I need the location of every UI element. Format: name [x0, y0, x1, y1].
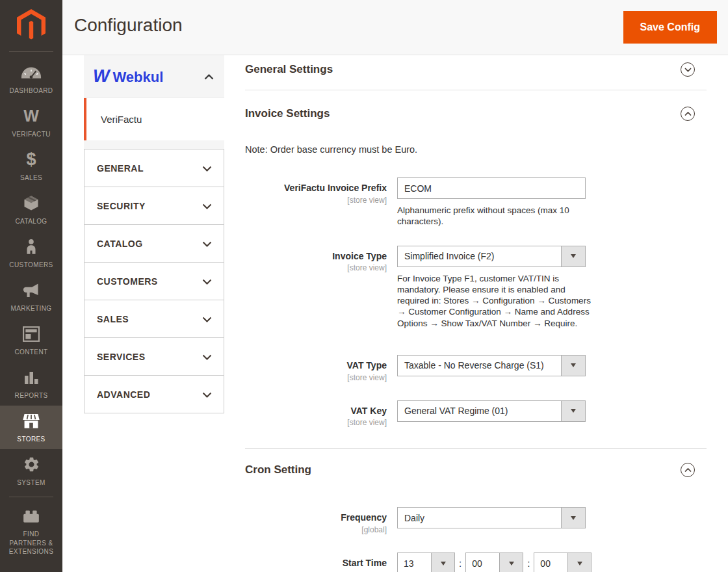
page-title: Configuration [74, 15, 183, 36]
sidebar-item-catalog[interactable]: CATALOG [0, 188, 62, 231]
sidebar-item-system[interactable]: SYSTEM [0, 449, 62, 493]
field-label: VAT Type [245, 360, 387, 371]
sidebar-item-sales[interactable]: $ SALES [0, 144, 62, 188]
field-row-vat-key: VAT Key [store view] General VAT Regime … [245, 400, 707, 428]
sidebar-item-label: CUSTOMERS [9, 261, 53, 270]
sidebar-item-content[interactable]: CONTENT [0, 318, 62, 362]
chevron-down-icon [202, 389, 212, 400]
dropdown-arrow-icon [561, 356, 585, 376]
vat-type-select[interactable]: Taxable - No Reverse Charge (S1) [397, 355, 586, 376]
chevron-down-icon [202, 351, 212, 363]
config-tab-general[interactable]: GENERAL [84, 150, 224, 187]
webkul-wordmark: Webkul [112, 69, 163, 86]
dropdown-arrow-icon [561, 508, 585, 528]
field-row-start-time: Start Time [website] 13 : 00 [245, 552, 707, 572]
extensions-brick-icon [22, 506, 40, 526]
invoice-type-select[interactable]: Simplified Invoice (F2) [397, 246, 586, 267]
magento-logo[interactable] [0, 0, 62, 42]
field-comment: Alphanumeric prefix without spaces (max … [397, 205, 592, 228]
sidebar-divider [9, 51, 53, 52]
sidebar-item-label: CATALOG [15, 217, 47, 226]
invoice-settings-form: VeriFactu Invoice Prefix [store view] Al… [245, 177, 707, 427]
section-divider [245, 90, 707, 90]
field-label: Invoice Type [245, 251, 387, 262]
config-tab-sales[interactable]: SALES [84, 300, 224, 338]
webkul-w-icon: W [93, 66, 109, 86]
start-time-second-select[interactable]: 00 [534, 552, 592, 572]
field-label: VeriFactu Invoice Prefix [245, 183, 387, 194]
megaphone-icon [22, 281, 40, 300]
collapse-section-button[interactable] [681, 463, 695, 477]
frequency-select[interactable]: Daily [397, 507, 586, 528]
config-section-list: GENERAL SECURITY CATALOG CUSTOMERS SALES… [84, 149, 224, 413]
sidebar-item-stores[interactable]: STORES [0, 406, 62, 449]
time-separator: : [459, 558, 462, 569]
invoice-prefix-input[interactable] [397, 177, 586, 199]
field-scope: [store view] [245, 263, 387, 272]
section-cron-setting: Cron Setting Frequency [global] Daily [245, 463, 707, 572]
sidebar-item-label: SALES [20, 174, 42, 183]
field-label: Frequency [245, 512, 387, 523]
chevron-down-icon [202, 313, 212, 325]
config-tab-advanced[interactable]: ADVANCED [84, 376, 224, 413]
dollar-icon: $ [26, 150, 36, 170]
storefront-icon [21, 411, 41, 431]
dropdown-arrow-icon [561, 401, 585, 421]
magento-admin-configuration-screen: DASHBOARD W VERIFACTU $ SALES CATALOG CU… [0, 0, 728, 572]
expand-section-button[interactable] [681, 62, 695, 77]
chevron-up-icon [684, 112, 692, 116]
field-row-invoice-type: Invoice Type [store view] Simplified Inv… [245, 246, 707, 329]
vendor-panel-header[interactable]: W Webkul [84, 55, 224, 98]
sidebar-item-marketing[interactable]: MARKETING [0, 275, 62, 318]
dropdown-arrow-icon [431, 553, 454, 572]
sidebar-item-dashboard[interactable]: DASHBOARD [0, 57, 62, 101]
section-invoice-settings: Invoice Settings Note: Order base curren… [245, 107, 707, 427]
chevron-down-icon [684, 68, 692, 72]
sidebar-divider [9, 497, 53, 497]
field-scope: [store view] [245, 418, 387, 427]
webkul-logo: W Webkul [93, 66, 163, 86]
config-tab-security[interactable]: SECURITY [84, 187, 224, 225]
sidebar-item-label: MARKETING [10, 304, 51, 313]
magento-logo-icon [16, 9, 46, 42]
chevron-down-icon [202, 162, 212, 174]
config-nav-item-label: VeriFactu [101, 114, 142, 125]
bar-chart-icon [23, 368, 39, 387]
vat-key-select[interactable]: General VAT Regime (01) [397, 400, 586, 422]
dropdown-arrow-icon [567, 553, 591, 572]
sidebar-item-customers[interactable]: CUSTOMERS [0, 231, 62, 275]
sidebar-item-reports[interactable]: REPORTS [0, 362, 62, 406]
start-time-minute-select[interactable]: 00 [465, 552, 523, 572]
sidebar-item-find-partners[interactable]: FIND PARTNERS & EXTENSIONS [0, 501, 62, 562]
section-invoice-settings-header: Invoice Settings [245, 107, 707, 121]
sidebar-item-label: CONTENT [14, 348, 47, 357]
field-scope: [store view] [245, 196, 387, 205]
verifactu-w-icon: W [23, 107, 39, 126]
chevron-down-icon [202, 276, 212, 287]
save-config-button[interactable]: Save Config [623, 11, 717, 44]
field-row-invoice-prefix: VeriFactu Invoice Prefix [store view] Al… [245, 177, 707, 228]
sidebar-item-verifactu[interactable]: W VERIFACTU [0, 101, 62, 144]
person-icon [24, 237, 38, 257]
section-general-settings-header: General Settings [245, 62, 707, 77]
config-tab-customers[interactable]: CUSTOMERS [84, 263, 224, 300]
sidebar-item-label: SYSTEM [17, 478, 46, 488]
field-scope: [global] [245, 525, 387, 534]
chevron-down-icon [202, 200, 212, 212]
section-divider [245, 448, 707, 449]
vendor-panel-footer [84, 140, 224, 149]
cron-setting-form: Frequency [global] Daily Start Time [web… [245, 507, 707, 572]
config-nav: W Webkul VeriFactu GENERAL SECURITY [84, 55, 224, 413]
dropdown-arrow-icon [499, 553, 523, 572]
config-content: General Settings Invoice Settings Note: … [245, 55, 707, 572]
config-nav-item-verifactu[interactable]: VeriFactu [84, 98, 224, 140]
collapse-section-button[interactable] [681, 107, 695, 121]
config-tab-services[interactable]: SERVICES [84, 338, 224, 376]
start-time-hour-select[interactable]: 13 [397, 552, 455, 572]
page-header: Configuration Save Config [62, 0, 728, 55]
admin-sidebar: DASHBOARD W VERIFACTU $ SALES CATALOG CU… [0, 0, 62, 572]
section-title: General Settings [245, 63, 333, 76]
field-scope: [store view] [245, 373, 387, 382]
config-tab-catalog[interactable]: CATALOG [84, 225, 224, 263]
invoice-note: Note: Order base currency must be Euro. [245, 144, 707, 155]
